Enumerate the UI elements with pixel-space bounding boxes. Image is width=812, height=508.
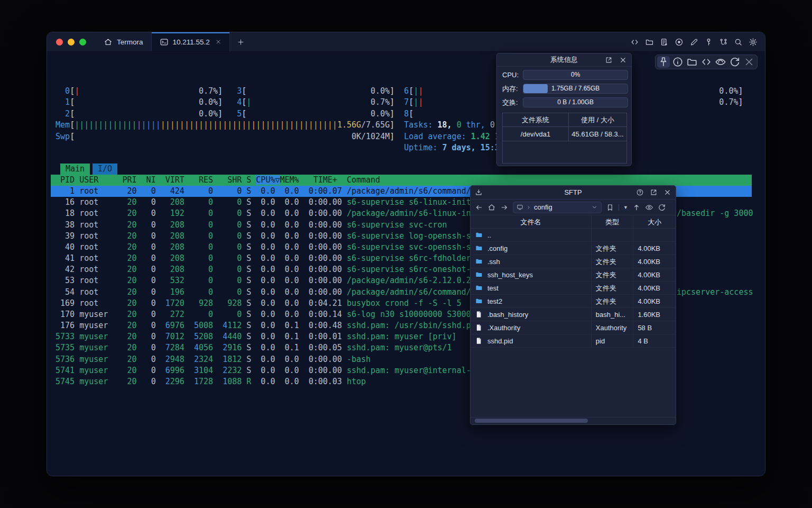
code-icon[interactable] [630, 38, 639, 47]
file-row[interactable]: ssh_host_keys文件夹4.00KB [470, 268, 676, 282]
open-in-window-icon[interactable] [605, 56, 613, 64]
process-row[interactable]: 16 root 20 0 208 0 0 S 0.0 0.0 0:00.00 s… [51, 197, 519, 208]
file-row[interactable]: test文件夹4.00KB [470, 282, 676, 295]
folder-icon [475, 231, 483, 239]
code-icon[interactable] [700, 56, 713, 68]
process-row[interactable]: 41 root 20 0 208 0 0 S 0.0 0.0 0:00.00 s… [51, 253, 471, 264]
col-size[interactable]: 大小 [633, 215, 676, 228]
process-row[interactable]: 18 root 20 0 192 0 0 S 0.0 0.0 0:00.00 /… [51, 208, 485, 219]
file-row[interactable]: sshd.pidpid4 B [470, 334, 676, 348]
process-row[interactable]: 170 myuser 20 0 272 0 0 S 0.0 0.0 0:00.1… [51, 309, 485, 320]
show-hidden-eye-icon[interactable] [645, 203, 653, 212]
close-window-button[interactable] [56, 39, 63, 46]
process-row[interactable]: 54 root 20 0 196 0 0 S 0.0 0.0 0:00.00 /… [51, 287, 485, 298]
process-row[interactable]: 5735 myuser 20 0 7284 4056 2916 S 0.0 0.… [51, 342, 452, 353]
record-icon[interactable] [675, 38, 684, 47]
key-icon[interactable] [704, 38, 713, 47]
event-log-icon[interactable] [660, 38, 669, 47]
process-row[interactable]: 5733 myuser 20 0 7012 5208 4440 S 0.0 0.… [51, 331, 457, 342]
file-size: 4.00KB [633, 295, 676, 307]
scrollbar-thumb[interactable] [475, 419, 588, 423]
process-row[interactable]: 39 root 20 0 208 0 0 S 0.0 0.0 0:00.00 s… [51, 231, 485, 242]
open-in-window-icon[interactable] [650, 188, 658, 196]
stat-progress-bar: 0% [523, 70, 628, 80]
sort-column-cpu[interactable]: CPU%▽ [256, 175, 280, 185]
home-dir-icon[interactable] [487, 203, 496, 212]
tab-ssh-session[interactable]: 10.211.55.2 [151, 32, 230, 51]
process-row[interactable]: 42 root 20 0 208 0 0 S 0.0 0.0 0:00.00 s… [51, 264, 485, 275]
file-row[interactable]: .XauthorityXauthority58 B [470, 321, 676, 334]
file-row[interactable]: .bash_historybash_hi...1.60KB [470, 308, 676, 321]
nvidia-icon[interactable] [714, 56, 727, 68]
file-row[interactable]: .ssh文件夹4.00KB [470, 255, 676, 268]
bookmark-dropdown-caret[interactable]: ▼ [623, 205, 628, 210]
col-filename[interactable]: 文件名 [470, 215, 592, 228]
process-row[interactable]: 38 root 20 0 208 0 0 S 0.0 0.0 0:00.00 s… [51, 220, 447, 231]
forward-icon[interactable] [500, 203, 509, 212]
swap-meter-line: Swp[ 0K/1024M] Load average: 1.42 1 [51, 131, 500, 142]
fs-col-name: 文件系统 [503, 113, 569, 126]
process-row[interactable]: 176 myuser 20 0 6976 5008 4112 S 0.0 0.1… [51, 320, 481, 331]
file-size: 1.60KB [633, 308, 676, 321]
edit-icon[interactable] [689, 38, 698, 47]
filesystem-cell: /dev/vda1 [503, 127, 569, 141]
refresh-icon[interactable] [728, 56, 741, 68]
up-directory-icon[interactable] [632, 203, 641, 212]
file-name: .Xauthority [487, 324, 520, 332]
file-type: 文件夹 [592, 255, 634, 268]
file-row[interactable]: test2文件夹4.00KB [470, 295, 676, 308]
horizontal-scrollbar[interactable] [470, 417, 676, 424]
file-size: 4.00KB [633, 255, 676, 268]
close-panel-icon[interactable] [619, 56, 627, 64]
filesystem-row: /dev/vda145.61GB / 58.3... [503, 127, 626, 141]
htop-tab-main[interactable]: Main [60, 164, 90, 175]
session-tab-label: 10.211.55.2 [173, 38, 210, 46]
folder-icon[interactable] [686, 56, 698, 68]
info-icon[interactable] [671, 56, 684, 68]
file-type: 文件夹 [592, 242, 634, 255]
file-size: 4 B [633, 334, 676, 347]
chevron-down-icon[interactable] [591, 204, 598, 211]
process-row[interactable]: 5745 myuser 20 0 2296 1728 1088 R 0.0 0.… [51, 376, 366, 387]
back-icon[interactable] [475, 203, 483, 212]
refresh-icon[interactable] [658, 203, 666, 212]
process-row[interactable]: 40 root 20 0 208 0 0 S 0.0 0.0 0:00.00 s… [51, 242, 485, 253]
file-row[interactable]: .. [470, 229, 676, 242]
settings-icon[interactable] [749, 38, 758, 47]
bookmark-icon[interactable] [606, 203, 614, 212]
folder-icon[interactable] [645, 38, 654, 47]
stat-value: 0% [523, 70, 628, 79]
new-tab-button[interactable] [230, 32, 252, 51]
close-panel-icon[interactable] [663, 188, 671, 196]
process-row[interactable]: 53 root 20 0 532 0 0 S 0.0 0.0 0:00.00 /… [51, 275, 481, 286]
close-icon[interactable] [743, 56, 755, 68]
close-tab-icon[interactable] [215, 39, 222, 45]
cpu-meter-line: 2[ 0.0%] 5[ 0.0%] 8[ [51, 108, 413, 120]
file-row[interactable]: .config文件夹4.00KB [470, 242, 676, 255]
minimize-window-button[interactable] [68, 39, 75, 46]
pin-icon[interactable] [657, 56, 670, 68]
transfers-download-icon[interactable] [475, 188, 483, 196]
plus-icon [237, 38, 245, 46]
help-icon[interactable] [636, 188, 644, 196]
titlebar[interactable]: Termora 10.211.55.2 [47, 32, 765, 52]
file-size: 4.00KB [633, 268, 676, 281]
system-info-header: 系统信息 [497, 53, 631, 67]
path-breadcrumb[interactable]: config [513, 202, 602, 213]
search-icon[interactable] [734, 38, 743, 47]
stat-value: 1.75GB / 7.65GB [523, 84, 628, 93]
process-row[interactable]: 5741 myuser 20 0 6996 3104 2232 S 0.0 0.… [51, 365, 485, 376]
file-type: pid [592, 334, 634, 347]
titlebar-actions [630, 32, 758, 52]
tab-termora-home[interactable]: Termora [96, 32, 151, 51]
col-type[interactable]: 类型 [592, 215, 634, 228]
process-row[interactable]: 5736 myuser 20 0 2948 2324 1812 S 0.0 0.… [51, 354, 371, 365]
current-directory: config [534, 203, 588, 211]
cpu-meter-line: 1[ 0.0%] 4[| 0.7%] 7[|| 0.7%] [51, 97, 743, 108]
file-icon [475, 337, 483, 344]
process-row[interactable]: 169 root 20 0 1720 928 928 S 0.0 0.0 0:0… [51, 298, 462, 309]
maximize-window-button[interactable] [79, 39, 86, 46]
htop-tab-io[interactable]: I/O [93, 164, 117, 175]
key-chain-icon[interactable] [719, 38, 728, 47]
process-table-header[interactable]: PID USER PRI NI VIRT RES SHR S CPU%▽MEM%… [51, 175, 752, 186]
